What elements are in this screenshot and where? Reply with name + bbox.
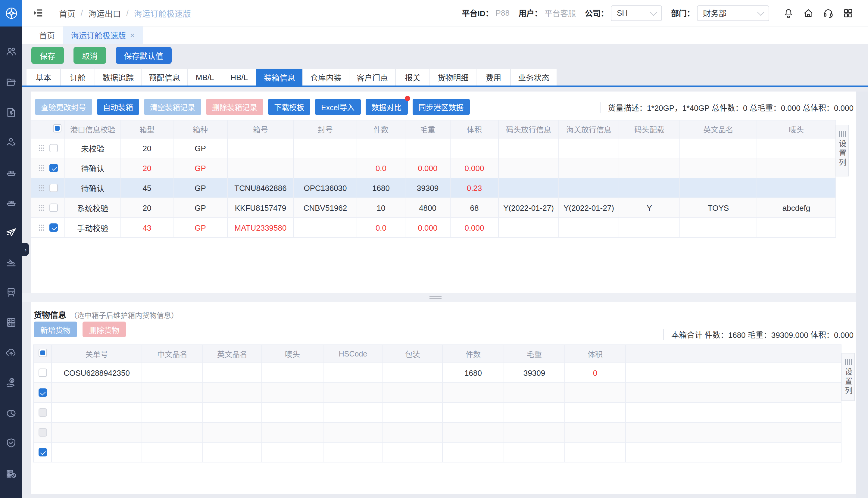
calculator-icon[interactable]	[5, 317, 17, 328]
top-header: 首页/海运出口/海运订舱极速版 平台ID： P88 用户： 平台客服 公司： S…	[22, 0, 868, 26]
module-tab-客户门点[interactable]: 客户门点	[349, 69, 396, 86]
row-checkbox[interactable]	[38, 389, 47, 397]
column-header: 封号	[294, 120, 357, 138]
data-report-icon[interactable]	[5, 468, 17, 479]
breadcrumb-item[interactable]: 首页	[59, 7, 75, 19]
table-row[interactable]: 系统校验20GPKKFU8157479CNBV5196210480068Y(20…	[31, 198, 836, 218]
table-cell	[383, 403, 442, 422]
drag-handle-icon[interactable]	[39, 204, 44, 211]
table-row[interactable]: 手动校验43GPMATU23395800.00.0000.000	[31, 218, 836, 238]
module-tab-业务状态[interactable]: 业务状态	[510, 69, 557, 86]
row-checkbox[interactable]	[38, 448, 47, 457]
table-cell	[383, 442, 442, 462]
support-headset-icon[interactable]	[823, 8, 834, 18]
row-checkbox[interactable]	[38, 368, 47, 377]
sidebar-expand-handle[interactable]: ›	[22, 243, 29, 256]
row-checkbox[interactable]	[49, 164, 58, 172]
table-row[interactable]	[34, 403, 841, 422]
table-cell	[625, 403, 841, 422]
breadcrumb-item[interactable]: 海运出口	[89, 7, 121, 19]
select-all-checkbox[interactable]	[38, 349, 47, 357]
column-settings-tab[interactable]: 设置列	[842, 353, 855, 401]
ship-import-icon[interactable]	[5, 167, 17, 178]
department-select[interactable]: 财务部	[697, 5, 769, 21]
page-tab[interactable]: 海运订舱极速版×	[63, 26, 142, 44]
module-tab-基本[interactable]: 基本	[26, 69, 61, 86]
column-header: HSCode	[323, 345, 383, 363]
module-tab-订舱[interactable]: 订舱	[60, 69, 95, 86]
home-icon[interactable]	[803, 8, 814, 18]
module-tab-MB/L[interactable]: MB/L	[187, 69, 222, 86]
table-cell: 68	[450, 198, 498, 218]
planes-cross-icon[interactable]	[5, 226, 17, 238]
row-checkbox[interactable]	[38, 428, 47, 436]
row-checkbox[interactable]	[38, 408, 47, 417]
row-checkbox[interactable]	[49, 223, 58, 232]
table-row[interactable]: 未校验20GP	[31, 138, 836, 158]
delete-cargo-button[interactable]: 删除货物	[82, 322, 126, 337]
cloud-upload-icon[interactable]	[5, 347, 17, 358]
cancel-button[interactable]: 取消	[74, 47, 106, 64]
select-all-checkbox[interactable]	[53, 124, 61, 132]
table-cell	[52, 383, 142, 403]
table-row[interactable]: 待确认45GPTCNU8462886OPC1360301680393090.23	[31, 178, 836, 198]
table-cell	[323, 383, 383, 403]
module-tab-货物明细[interactable]: 货物明细	[429, 69, 477, 86]
module-tab-仓库内装[interactable]: 仓库内装	[302, 69, 349, 86]
toolbar-button[interactable]: Excel导入	[315, 99, 361, 115]
column-header: 毛重	[405, 120, 450, 138]
splitter-drag-handle[interactable]	[429, 296, 442, 299]
row-checkbox[interactable]	[49, 204, 58, 212]
pie-chart-icon[interactable]	[5, 408, 17, 419]
ship-export-icon[interactable]	[5, 197, 17, 208]
toolbar-button[interactable]: 查验更改封号	[35, 99, 92, 115]
menu-collapse-icon[interactable]	[33, 8, 43, 18]
module-tab-装箱信息[interactable]: 装箱信息	[256, 69, 303, 86]
shield-check-icon[interactable]	[5, 437, 17, 449]
table-cell	[680, 178, 757, 198]
close-icon[interactable]: ×	[130, 31, 134, 39]
toolbar-button[interactable]: 数据对比	[365, 99, 407, 115]
toolbar-button[interactable]: 删除装箱记录	[206, 99, 263, 115]
toolbar-button[interactable]: 清空装箱记录	[144, 99, 201, 115]
drag-handle-icon[interactable]	[39, 165, 44, 172]
company-select[interactable]: SH	[611, 5, 662, 21]
drag-handle-icon[interactable]	[39, 184, 44, 192]
table-row[interactable]	[34, 422, 841, 442]
save-default-button[interactable]: 保存默认值	[116, 47, 172, 64]
column-header	[625, 345, 841, 363]
module-tab-费用[interactable]: 费用	[476, 69, 511, 86]
train-icon[interactable]	[5, 287, 17, 298]
module-tab-HB/L[interactable]: HB/L	[222, 69, 257, 86]
table-cell	[383, 383, 442, 403]
table-row[interactable]: 待确认20GP0.00.0000.000	[31, 158, 836, 178]
toolbar-button[interactable]: 自动装箱	[97, 99, 139, 115]
row-checkbox[interactable]	[49, 184, 58, 192]
person-route-icon[interactable]	[5, 137, 17, 148]
hand-payment-icon[interactable]	[5, 377, 17, 389]
table-row[interactable]: COSU62889423501680393090	[34, 363, 841, 383]
save-button[interactable]: 保存	[31, 47, 64, 64]
toolbar-button[interactable]: 下载模板	[268, 99, 310, 115]
users-icon[interactable]	[5, 46, 17, 57]
column-settings-tab[interactable]: 设置列	[835, 124, 849, 176]
table-row[interactable]	[34, 383, 841, 403]
module-tab-预配信息[interactable]: 预配信息	[141, 69, 188, 86]
apps-grid-icon[interactable]	[843, 8, 854, 18]
invoice-icon[interactable]	[5, 107, 17, 118]
drag-handle-icon[interactable]	[39, 224, 44, 231]
drag-handle-icon[interactable]	[39, 145, 44, 152]
plane-departure-icon[interactable]	[5, 257, 17, 268]
table-cell	[383, 363, 442, 383]
module-tab-报关[interactable]: 报关	[395, 69, 430, 86]
column-header: 箱型	[121, 120, 173, 138]
notifications-bell-icon[interactable]	[783, 8, 794, 18]
table-row[interactable]	[34, 442, 841, 462]
table-cell	[559, 218, 619, 238]
folder-icon[interactable]	[5, 77, 17, 88]
page-tab[interactable]: 首页	[31, 26, 63, 44]
add-cargo-button[interactable]: 新增货物	[34, 322, 77, 337]
row-checkbox[interactable]	[49, 144, 58, 152]
toolbar-button[interactable]: 同步港区数据	[412, 99, 469, 115]
module-tab-数据追踪[interactable]: 数据追踪	[94, 69, 142, 86]
